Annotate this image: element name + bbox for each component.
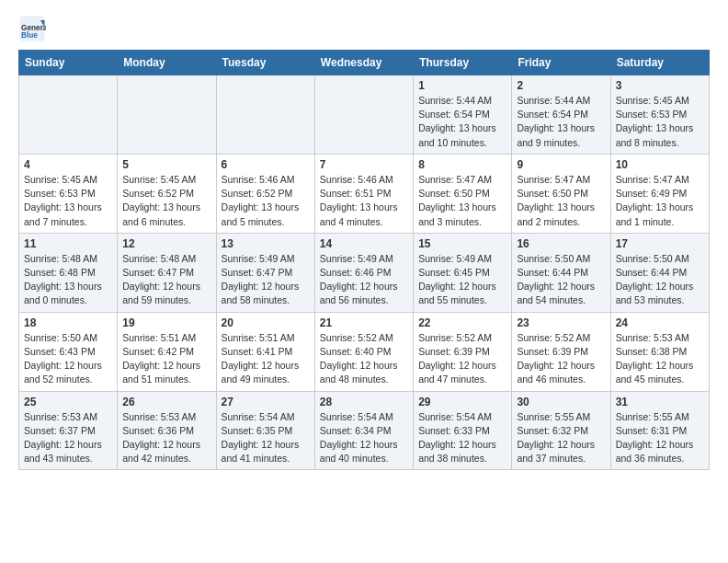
day-info: Sunrise: 5:47 AM Sunset: 6:49 PM Dayligh…: [616, 173, 704, 229]
day-cell: 30Sunrise: 5:55 AM Sunset: 6:32 PM Dayli…: [512, 391, 610, 470]
day-number: 21: [320, 316, 408, 329]
header-cell-wednesday: Wednesday: [314, 51, 413, 75]
day-number: 8: [418, 158, 506, 171]
day-cell: 23Sunrise: 5:52 AM Sunset: 6:39 PM Dayli…: [512, 312, 610, 391]
day-info: Sunrise: 5:48 AM Sunset: 6:48 PM Dayligh…: [24, 252, 112, 308]
day-cell: 16Sunrise: 5:50 AM Sunset: 6:44 PM Dayli…: [512, 233, 610, 312]
day-cell: 1Sunrise: 5:44 AM Sunset: 6:54 PM Daylig…: [414, 75, 512, 155]
day-info: Sunrise: 5:49 AM Sunset: 6:46 PM Dayligh…: [320, 252, 408, 308]
header-cell-sunday: Sunday: [19, 51, 118, 75]
calendar-table: SundayMondayTuesdayWednesdayThursdayFrid…: [18, 50, 710, 470]
day-info: Sunrise: 5:52 AM Sunset: 6:39 PM Dayligh…: [517, 331, 605, 387]
day-number: 26: [122, 396, 210, 408]
day-info: Sunrise: 5:55 AM Sunset: 6:31 PM Dayligh…: [616, 410, 704, 466]
day-cell: 8Sunrise: 5:47 AM Sunset: 6:50 PM Daylig…: [414, 154, 512, 233]
day-cell: 22Sunrise: 5:52 AM Sunset: 6:39 PM Dayli…: [414, 312, 512, 391]
day-info: Sunrise: 5:54 AM Sunset: 6:35 PM Dayligh…: [222, 410, 310, 466]
day-number: 1: [418, 79, 506, 92]
day-number: 17: [616, 237, 704, 250]
day-cell: 19Sunrise: 5:51 AM Sunset: 6:42 PM Dayli…: [118, 312, 216, 391]
day-number: 31: [616, 396, 704, 408]
day-info: Sunrise: 5:47 AM Sunset: 6:50 PM Dayligh…: [517, 173, 605, 229]
logo: General Blue: [18, 15, 50, 42]
day-info: Sunrise: 5:53 AM Sunset: 6:37 PM Dayligh…: [24, 410, 112, 466]
day-cell: 2Sunrise: 5:44 AM Sunset: 6:54 PM Daylig…: [512, 75, 610, 155]
day-number: 6: [222, 158, 310, 171]
day-cell: 17Sunrise: 5:50 AM Sunset: 6:44 PM Dayli…: [610, 233, 709, 312]
day-cell: [118, 75, 216, 155]
week-row-4: 18Sunrise: 5:50 AM Sunset: 6:43 PM Dayli…: [19, 312, 710, 391]
day-info: Sunrise: 5:46 AM Sunset: 6:51 PM Dayligh…: [320, 173, 408, 229]
day-cell: [314, 75, 413, 155]
header: General Blue: [18, 15, 710, 42]
day-cell: 5Sunrise: 5:45 AM Sunset: 6:52 PM Daylig…: [118, 154, 216, 233]
day-cell: 10Sunrise: 5:47 AM Sunset: 6:49 PM Dayli…: [610, 154, 709, 233]
header-cell-thursday: Thursday: [414, 51, 512, 75]
week-row-3: 11Sunrise: 5:48 AM Sunset: 6:48 PM Dayli…: [19, 233, 710, 312]
day-number: 20: [222, 316, 310, 329]
day-info: Sunrise: 5:45 AM Sunset: 6:52 PM Dayligh…: [122, 173, 210, 229]
day-info: Sunrise: 5:51 AM Sunset: 6:42 PM Dayligh…: [122, 331, 210, 387]
day-cell: 11Sunrise: 5:48 AM Sunset: 6:48 PM Dayli…: [19, 233, 118, 312]
day-number: 9: [517, 158, 605, 171]
day-number: 29: [418, 396, 506, 408]
day-number: 18: [24, 316, 112, 329]
day-number: 25: [24, 396, 112, 408]
day-cell: 18Sunrise: 5:50 AM Sunset: 6:43 PM Dayli…: [19, 312, 118, 391]
day-cell: 7Sunrise: 5:46 AM Sunset: 6:51 PM Daylig…: [314, 154, 413, 233]
day-number: 30: [517, 396, 605, 408]
day-info: Sunrise: 5:54 AM Sunset: 6:34 PM Dayligh…: [320, 410, 408, 466]
day-info: Sunrise: 5:44 AM Sunset: 6:54 PM Dayligh…: [517, 94, 605, 150]
day-info: Sunrise: 5:45 AM Sunset: 6:53 PM Dayligh…: [24, 173, 112, 229]
day-info: Sunrise: 5:49 AM Sunset: 6:47 PM Dayligh…: [222, 252, 310, 308]
day-number: 28: [320, 396, 408, 408]
svg-text:Blue: Blue: [21, 31, 38, 40]
day-cell: [216, 75, 314, 155]
day-info: Sunrise: 5:52 AM Sunset: 6:39 PM Dayligh…: [418, 331, 506, 387]
day-info: Sunrise: 5:46 AM Sunset: 6:52 PM Dayligh…: [222, 173, 310, 229]
day-info: Sunrise: 5:48 AM Sunset: 6:47 PM Dayligh…: [122, 252, 210, 308]
day-info: Sunrise: 5:53 AM Sunset: 6:38 PM Dayligh…: [616, 331, 704, 387]
week-row-5: 25Sunrise: 5:53 AM Sunset: 6:37 PM Dayli…: [19, 391, 710, 470]
day-info: Sunrise: 5:45 AM Sunset: 6:53 PM Dayligh…: [616, 94, 704, 150]
day-cell: 3Sunrise: 5:45 AM Sunset: 6:53 PM Daylig…: [610, 75, 709, 155]
day-cell: 14Sunrise: 5:49 AM Sunset: 6:46 PM Dayli…: [314, 233, 413, 312]
day-info: Sunrise: 5:44 AM Sunset: 6:54 PM Dayligh…: [418, 94, 506, 150]
day-info: Sunrise: 5:47 AM Sunset: 6:50 PM Dayligh…: [418, 173, 506, 229]
day-number: 22: [418, 316, 506, 329]
day-cell: 27Sunrise: 5:54 AM Sunset: 6:35 PM Dayli…: [216, 391, 314, 470]
day-cell: 21Sunrise: 5:52 AM Sunset: 6:40 PM Dayli…: [314, 312, 413, 391]
day-number: 5: [122, 158, 210, 171]
day-number: 3: [616, 79, 704, 92]
day-cell: 31Sunrise: 5:55 AM Sunset: 6:31 PM Dayli…: [610, 391, 709, 470]
day-cell: 12Sunrise: 5:48 AM Sunset: 6:47 PM Dayli…: [118, 233, 216, 312]
day-info: Sunrise: 5:53 AM Sunset: 6:36 PM Dayligh…: [122, 410, 210, 466]
day-cell: 9Sunrise: 5:47 AM Sunset: 6:50 PM Daylig…: [512, 154, 610, 233]
header-cell-friday: Friday: [512, 51, 610, 75]
week-row-2: 4Sunrise: 5:45 AM Sunset: 6:53 PM Daylig…: [19, 154, 710, 233]
day-cell: 6Sunrise: 5:46 AM Sunset: 6:52 PM Daylig…: [216, 154, 314, 233]
day-cell: 25Sunrise: 5:53 AM Sunset: 6:37 PM Dayli…: [19, 391, 118, 470]
day-number: 15: [418, 237, 506, 250]
day-number: 16: [517, 237, 605, 250]
header-cell-tuesday: Tuesday: [216, 51, 314, 75]
day-cell: 15Sunrise: 5:49 AM Sunset: 6:45 PM Dayli…: [414, 233, 512, 312]
day-number: 24: [616, 316, 704, 329]
day-info: Sunrise: 5:50 AM Sunset: 6:44 PM Dayligh…: [517, 252, 605, 308]
day-number: 2: [517, 79, 605, 92]
day-number: 14: [320, 237, 408, 250]
calendar-header: SundayMondayTuesdayWednesdayThursdayFrid…: [19, 51, 710, 75]
day-number: 23: [517, 316, 605, 329]
day-number: 4: [24, 158, 112, 171]
day-info: Sunrise: 5:49 AM Sunset: 6:45 PM Dayligh…: [418, 252, 506, 308]
header-cell-monday: Monday: [118, 51, 216, 75]
day-cell: 20Sunrise: 5:51 AM Sunset: 6:41 PM Dayli…: [216, 312, 314, 391]
day-number: 13: [222, 237, 310, 250]
day-cell: 13Sunrise: 5:49 AM Sunset: 6:47 PM Dayli…: [216, 233, 314, 312]
day-cell: 24Sunrise: 5:53 AM Sunset: 6:38 PM Dayli…: [610, 312, 709, 391]
day-info: Sunrise: 5:50 AM Sunset: 6:43 PM Dayligh…: [24, 331, 112, 387]
day-number: 27: [222, 396, 310, 408]
day-info: Sunrise: 5:50 AM Sunset: 6:44 PM Dayligh…: [616, 252, 704, 308]
day-info: Sunrise: 5:55 AM Sunset: 6:32 PM Dayligh…: [517, 410, 605, 466]
day-cell: 29Sunrise: 5:54 AM Sunset: 6:33 PM Dayli…: [414, 391, 512, 470]
